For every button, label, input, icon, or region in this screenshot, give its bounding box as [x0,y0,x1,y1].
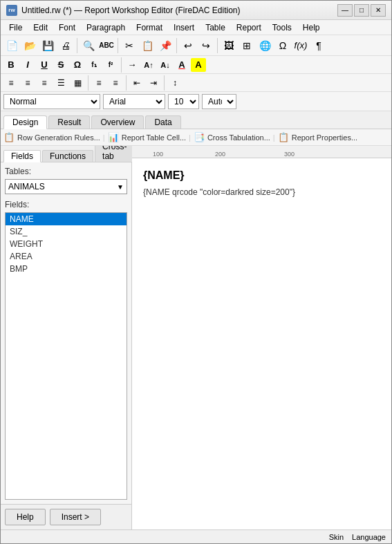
para-button[interactable]: ¶ [310,38,327,53]
report-properties[interactable]: Report Properties... [292,133,357,142]
superscript-button[interactable]: f² [103,58,118,72]
paste-button[interactable]: 📌 [157,38,174,53]
strikethrough-button[interactable]: S [53,58,68,72]
language-label[interactable]: Language [352,533,386,541]
print-button[interactable]: 🖨 [57,38,74,53]
size-select[interactable]: 10 [168,94,199,109]
field-siz[interactable]: SIZ_ [6,225,127,238]
copy-icon: 📋 [142,40,153,51]
list-button[interactable]: ≡ [91,76,106,90]
menu-format[interactable]: Format [131,21,168,34]
cross-tabulation[interactable]: Cross Tabulation... [207,133,270,142]
linespace-button[interactable]: ↕ [167,76,183,90]
report-table-cell[interactable]: Report Table Cell... [122,133,186,142]
minimize-button[interactable]: — [337,4,353,17]
ruler-mark-300: 300 [284,151,295,158]
open-button[interactable]: 📂 [21,38,38,53]
menu-insert[interactable]: Insert [168,21,200,34]
align-left-button[interactable]: ≡ [3,76,19,90]
arrow-button[interactable]: → [124,58,140,72]
menu-font[interactable]: Font [53,21,81,34]
tab-cross-tab[interactable]: Cross-tab [95,146,134,162]
app-window: rw Untitled.rw (*) — Report Workshop Edi… [0,0,392,544]
copy-button[interactable]: 📋 [139,38,156,53]
function-icon: f(x) [295,40,308,50]
skin-label[interactable]: Skin [329,533,344,541]
font-select[interactable]: Arial [103,94,165,109]
abc-button[interactable]: ABC [98,38,115,53]
close-button[interactable]: ✕ [371,4,386,17]
field-name[interactable]: NAME [6,213,127,225]
save-button[interactable]: 💾 [39,38,56,53]
underline-button[interactable]: U [37,58,52,72]
bold-button[interactable]: B [3,58,19,72]
tab-overview[interactable]: Overview [91,115,144,129]
menu-paragraph[interactable]: Paragraph [81,21,131,34]
italic-button[interactable]: I [20,58,35,72]
maximize-button[interactable]: □ [354,4,369,17]
tab-design[interactable]: Design [3,115,47,129]
menu-table[interactable]: Table [200,21,231,34]
redo-button[interactable]: ↪ [198,38,214,53]
field-bmp[interactable]: BMP [6,263,127,275]
style-bar: Normal Arial 10 Auto [1,92,391,111]
font-smaller-button[interactable]: A↓ [158,58,173,72]
table-button[interactable]: ⊞ [239,38,255,53]
sep4 [217,38,218,53]
menu-report[interactable]: Report [231,21,267,34]
sub-toolbar: 📋 Row Generation Rules... | 📊 Report Tab… [1,129,391,146]
fields-label: Fields: [5,200,127,209]
omega2-button[interactable]: Ω [70,58,85,72]
tab-data[interactable]: Data [145,115,180,129]
window-title: Untitled.rw (*) — Report Workshop Editor… [21,6,241,15]
align-right-button[interactable]: ≡ [37,76,52,90]
cut-button[interactable]: ✂ [121,38,138,53]
outdent-button[interactable]: ⇤ [129,76,144,90]
align-center-button[interactable]: ≡ [20,76,35,90]
menu-tools[interactable]: Tools [267,21,297,34]
sep3 [176,38,177,53]
field-weight[interactable]: WEIGHT [6,238,127,250]
highlight-button[interactable]: A [191,58,206,72]
cross-tab-icon: 📑 [194,132,205,142]
left-inner: Tables: ANIMALS ▼ Fields: NAME SIZ_ WEIG… [1,162,131,504]
menu-file[interactable]: File [3,21,28,34]
undo-button[interactable]: ↩ [180,38,196,53]
field-area[interactable]: AREA [6,250,127,263]
save-icon: 💾 [42,40,54,51]
abc-icon: ABC [99,41,114,49]
help-button[interactable]: Help [5,509,46,525]
omega-icon: Ω [279,40,286,51]
omega-button[interactable]: Ω [274,38,291,53]
indent-button[interactable]: ⇥ [146,76,161,90]
left-section: Fields Functions Cross-tab Tables: ANIMA… [1,146,132,529]
font-color-button[interactable]: A [174,58,189,72]
tab-functions[interactable]: Functions [42,150,93,162]
editor-area[interactable]: {NAME} {NAME qrcode "color=darkred size=… [132,158,391,529]
new-button[interactable]: 📄 [3,38,20,53]
insert-button[interactable]: Insert > [50,509,101,525]
menu-edit[interactable]: Edit [28,21,53,34]
title-bar-controls: — □ ✕ [337,4,386,17]
search-button[interactable]: 🔍 [80,38,97,53]
globe-button[interactable]: 🌐 [256,38,273,53]
function-button[interactable]: f(x) [292,38,309,53]
row-gen-rules[interactable]: Row Generation Rules... [17,133,100,142]
sep1 [77,38,77,53]
ruler-mark-100: 100 [153,151,163,158]
paragraph-toolbar: ≡ ≡ ≡ ☰ ▦ ≡ ≡ ⇤ ⇥ ↕ [1,74,391,92]
tab-result[interactable]: Result [48,115,90,129]
table-layout-button[interactable]: ▦ [70,76,85,90]
numlist-button[interactable]: ≡ [108,76,123,90]
tables-dropdown[interactable]: ANIMALS ▼ [5,179,127,194]
table-cell-icon: 📊 [108,132,119,142]
menu-help[interactable]: Help [297,21,326,34]
align-justify-button[interactable]: ☰ [53,76,68,90]
font-larger-button[interactable]: A↑ [141,58,156,72]
fields-tabs: Fields Functions Cross-tab [1,146,131,162]
style-select[interactable]: Normal [3,94,100,109]
tab-fields[interactable]: Fields [3,150,41,162]
image-button[interactable]: 🖼 [221,38,237,53]
subscript-button[interactable]: f₁ [86,58,102,72]
auto-select[interactable]: Auto [202,94,236,109]
